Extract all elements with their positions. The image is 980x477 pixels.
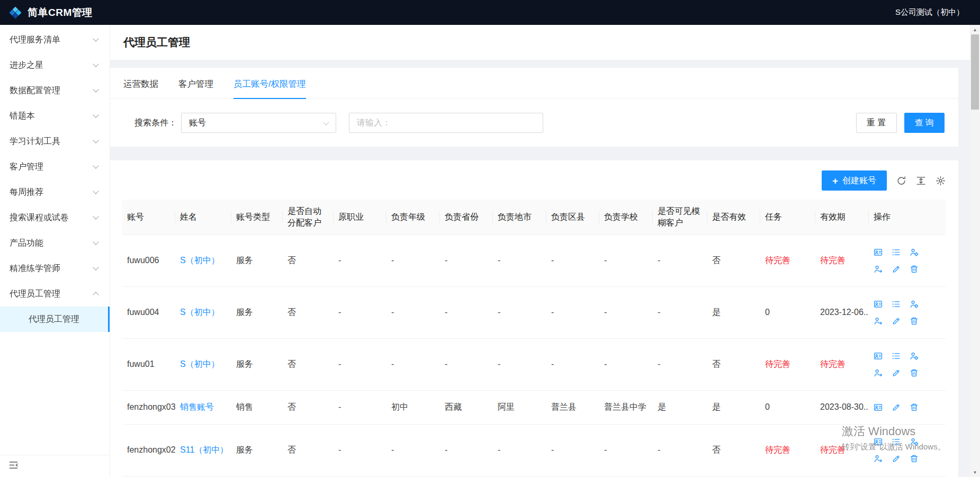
tab[interactable]: 运营数据 [123, 78, 158, 98]
cell-fuzzy-visible: 是 [653, 390, 707, 424]
cell-task: 待完善 [760, 235, 815, 286]
sidebar-item-label: 代理服务清单 [10, 34, 60, 46]
user-permission-icon[interactable] [910, 248, 919, 257]
chevron-up-icon [93, 292, 98, 298]
column-header: 负责年级 [386, 200, 440, 235]
detail-icon[interactable] [892, 300, 901, 309]
scrollbar-up-arrow[interactable]: ▲ [970, 25, 980, 34]
cell-original-job: - [334, 286, 386, 338]
sidebar-item-label: 学习计划工具 [10, 136, 60, 147]
density-icon[interactable] [916, 176, 926, 186]
edit-icon[interactable] [892, 317, 901, 326]
cell-city: - [493, 286, 546, 338]
edit-icon[interactable] [892, 265, 901, 274]
user-permission-icon[interactable] [910, 300, 919, 309]
sidebar-item[interactable]: 错题本 [0, 103, 110, 129]
sidebar-item[interactable]: 学习计划工具 [0, 129, 110, 154]
chevron-down-icon [93, 188, 98, 194]
scrollbar-thumb[interactable] [971, 34, 979, 110]
cell-school: - [599, 424, 653, 476]
delete-icon[interactable] [910, 368, 919, 377]
employee-name-link[interactable]: S11（初中） [180, 445, 228, 454]
search-input[interactable] [349, 113, 543, 133]
user-transfer-icon[interactable] [874, 317, 883, 326]
search-condition-label: 搜索条件： [134, 118, 177, 129]
edit-icon[interactable] [892, 368, 901, 377]
record-icon[interactable] [874, 300, 883, 309]
sidebar-item[interactable]: 精准练学管师 [0, 256, 110, 281]
query-button[interactable]: 查 询 [904, 113, 945, 133]
column-header: 负责学校 [599, 200, 653, 235]
cell-type: 服务 [231, 235, 283, 286]
cell-type: 服务 [231, 424, 283, 476]
user-permission-icon[interactable] [910, 352, 919, 361]
record-icon[interactable] [874, 352, 883, 361]
chevron-down-icon [93, 61, 98, 67]
user-transfer-icon[interactable] [874, 265, 883, 274]
employee-name-link[interactable]: 销售账号 [180, 402, 214, 411]
search-bar: 搜索条件： 账号 重 置 查 询 [110, 99, 958, 147]
sidebar-item[interactable]: 代理员工管理 [0, 281, 110, 307]
sidebar-item[interactable]: 代理服务清单 [0, 27, 110, 52]
tab[interactable]: 员工账号/权限管理 [233, 78, 306, 99]
cell-grade: - [386, 424, 440, 476]
sidebar-subitem[interactable]: 代理员工管理 [0, 307, 110, 332]
page-scrollbar[interactable]: ▲ ▼ [970, 25, 980, 477]
sidebar-item-label: 代理员工管理 [10, 289, 60, 300]
create-account-button[interactable]: + 创建账号 [822, 170, 887, 191]
detail-icon[interactable] [892, 352, 901, 361]
cell-valid: 否 [707, 424, 760, 476]
column-header: 姓名 [175, 200, 231, 235]
record-icon[interactable] [874, 248, 883, 257]
cell-task: 0 [760, 390, 815, 424]
cell-grade: - [386, 286, 440, 338]
cell-grade: - [386, 235, 440, 286]
cell-fuzzy-visible: - [653, 424, 707, 476]
delete-icon[interactable] [910, 265, 919, 274]
cell-school: - [599, 338, 653, 390]
column-header: 是否自动分配客户 [283, 200, 334, 235]
sidebar-item-label: 数据配置管理 [10, 85, 60, 96]
detail-icon[interactable] [892, 248, 901, 257]
tab[interactable]: 客户管理 [178, 78, 213, 98]
sidebar-item[interactable]: 产品功能 [0, 230, 110, 256]
delete-icon[interactable] [910, 454, 919, 463]
sidebar-item-label: 客户管理 [10, 161, 43, 173]
column-header: 操作 [869, 200, 946, 235]
sidebar-item[interactable]: 客户管理 [0, 154, 110, 179]
plus-icon: + [832, 176, 838, 186]
user-transfer-icon[interactable] [874, 368, 883, 377]
reset-button[interactable]: 重 置 [856, 113, 896, 133]
employee-table: 账号姓名账号类型是否自动分配客户原职业负责年级负责省份负责地市负责区县负责学校是… [122, 200, 946, 476]
settings-icon[interactable] [936, 176, 946, 186]
sidebar-item[interactable]: 搜索课程或试卷 [0, 205, 110, 230]
user-transfer-icon[interactable] [874, 454, 883, 463]
cell-school: - [599, 235, 653, 286]
cell-county: 普兰县 [546, 390, 599, 424]
tab-bar: 运营数据客户管理员工账号/权限管理 [110, 68, 958, 99]
record-icon[interactable] [874, 403, 883, 412]
collapse-sidebar-icon[interactable] [8, 460, 19, 472]
main-content: 代理员工管理 运营数据客户管理员工账号/权限管理 搜索条件： 账号 重 置 查 … [110, 25, 970, 477]
employee-name-link[interactable]: S（初中） [180, 308, 220, 317]
current-user[interactable]: S公司测试（初中） [895, 7, 964, 17]
sidebar-item[interactable]: 进步之星 [0, 52, 110, 78]
sidebar-item[interactable]: 每周推荐 [0, 179, 110, 205]
page-title: 代理员工管理 [123, 35, 190, 50]
cell-grade: - [386, 338, 440, 390]
column-header: 是否有效 [707, 200, 760, 235]
delete-icon[interactable] [910, 403, 919, 412]
edit-icon[interactable] [892, 454, 901, 463]
employee-name-link[interactable]: S（初中） [180, 256, 220, 265]
chevron-down-icon [93, 264, 98, 270]
refresh-icon[interactable] [896, 176, 906, 186]
edit-icon[interactable] [892, 403, 901, 412]
sidebar-item[interactable]: 数据配置管理 [0, 78, 110, 103]
employee-name-link[interactable]: S（初中） [180, 359, 220, 368]
delete-icon[interactable] [910, 317, 919, 326]
search-field-select[interactable]: 账号 [181, 113, 336, 133]
cell-school: 普兰县中学 [599, 390, 653, 424]
scrollbar-down-arrow[interactable]: ▼ [970, 467, 980, 477]
cell-school: - [599, 286, 653, 338]
table-toolbar: + 创建账号 [122, 170, 946, 191]
